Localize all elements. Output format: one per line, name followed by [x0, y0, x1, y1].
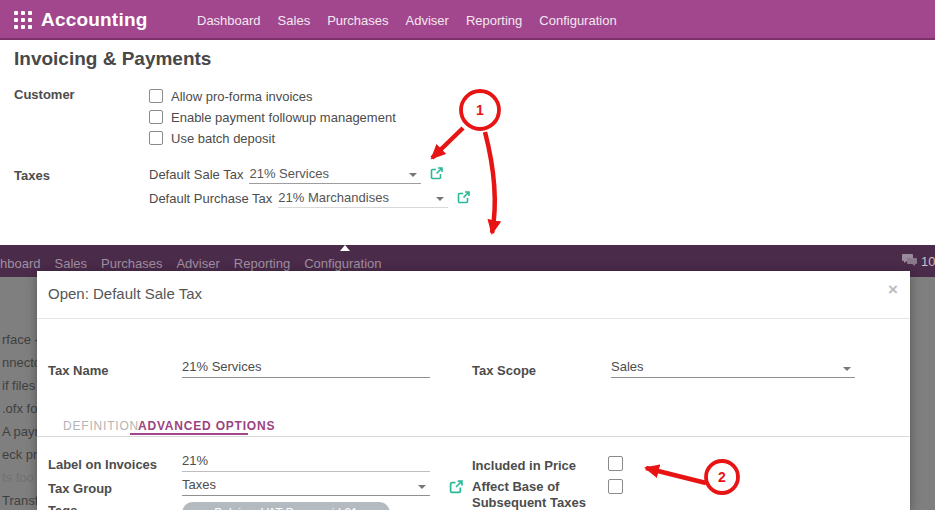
default-purchase-tax-row: Default Purchase Tax 21% Marchandises — [149, 190, 470, 208]
option-proforma: Allow pro-forma invoices — [149, 88, 313, 104]
modal-overlay-left: rface - nnecto if files .ofx fo A paym e… — [0, 277, 37, 510]
included-in-price-label: Included in Price — [472, 458, 576, 473]
tax-group-label: Tax Group — [48, 481, 112, 496]
tags-label: Tags — [48, 503, 77, 510]
chevron-down-icon[interactable] — [843, 367, 851, 371]
notch-decoration — [340, 245, 350, 251]
close-icon[interactable]: × — [888, 281, 898, 298]
page-title: Invoicing & Payments — [14, 48, 211, 70]
bg-menu-item-adviser: Adviser — [176, 256, 219, 271]
batch-deposit-checkbox[interactable] — [149, 131, 163, 145]
tax-tag-pill[interactable]: Belgium VAT Due - paid 21 — [182, 502, 390, 510]
option-followup: Enable payment followup management — [149, 109, 396, 125]
bg-menu-item-sales: Sales — [54, 256, 87, 271]
included-in-price-checkbox[interactable] — [608, 456, 623, 471]
arrow-1-to-external-link — [432, 128, 463, 158]
bg-text-fragment: .ofx fo — [2, 401, 37, 416]
tax-name-value[interactable]: 21% Services — [182, 359, 261, 374]
default-sale-tax-select[interactable]: 21% Services — [249, 166, 421, 184]
label-on-invoices-label: Label on Invoices — [48, 457, 157, 472]
background-menu: hboard Sales Purchases Adviser Reporting… — [0, 256, 382, 271]
label-on-invoices-value[interactable]: 21% — [182, 453, 208, 468]
menu-item-configuration[interactable]: Configuration — [539, 13, 616, 28]
bg-text-fragment: nnecto — [2, 355, 37, 370]
followup-label: Enable payment followup management — [171, 110, 396, 125]
chevron-down-icon[interactable] — [409, 173, 417, 177]
top-menu: Dashboard Sales Purchases Adviser Report… — [197, 0, 617, 40]
arrow-1-to-second-screen — [485, 132, 495, 233]
menu-item-purchases[interactable]: Purchases — [327, 13, 388, 28]
menu-item-reporting[interactable]: Reporting — [466, 13, 522, 28]
tax-scope-select[interactable]: Sales — [611, 359, 855, 378]
tax-scope-value[interactable]: Sales — [611, 359, 644, 374]
tax-name-label: Tax Name — [48, 363, 108, 378]
default-sale-tax-label: Default Sale Tax — [149, 167, 243, 184]
proforma-checkbox[interactable] — [149, 89, 163, 103]
screenshot-root: Accounting Dashboard Sales Purchases Adv… — [0, 0, 935, 510]
external-link-icon[interactable] — [449, 480, 463, 498]
bg-text-fragment: Transfe — [2, 493, 37, 508]
tab-advanced-options[interactable]: ADVANCED OPTIONS — [138, 419, 275, 433]
bg-text-fragment: ts foo — [2, 470, 34, 485]
tax-dialog: Open: Default Sale Tax × Tax Name 21% Se… — [37, 271, 910, 510]
taxes-group-label: Taxes — [14, 168, 50, 183]
proforma-label: Allow pro-forma invoices — [171, 89, 313, 104]
followup-checkbox[interactable] — [149, 110, 163, 124]
label-on-invoices-input[interactable]: 21% — [182, 453, 430, 472]
modal-overlay-right — [910, 277, 935, 510]
messages-icon[interactable] — [901, 253, 918, 272]
affect-base-label: Affect Base of Subsequent Taxes — [472, 479, 590, 510]
external-link-icon[interactable] — [457, 190, 470, 208]
dialog-title: Open: Default Sale Tax — [48, 285, 202, 302]
tax-group-value[interactable]: Taxes — [182, 477, 216, 492]
tabs-divider — [37, 436, 910, 437]
bg-text-fragment: eck pri — [2, 447, 37, 462]
tab-definition[interactable]: DEFINITION — [63, 419, 139, 433]
tax-name-input[interactable]: 21% Services — [182, 359, 430, 378]
menu-item-dashboard[interactable]: Dashboard — [197, 13, 261, 28]
default-purchase-tax-label: Default Purchase Tax — [149, 191, 272, 208]
annotation-circle-1 — [461, 91, 499, 129]
messages-count[interactable]: 10 — [921, 254, 935, 269]
top-navbar: Accounting Dashboard Sales Purchases Adv… — [0, 0, 935, 40]
app-title[interactable]: Accounting — [41, 0, 148, 40]
bg-menu-item-purchases: Purchases — [101, 256, 162, 271]
default-purchase-tax-value[interactable]: 21% Marchandises — [278, 190, 389, 205]
bg-text-fragment: rface - — [2, 332, 37, 347]
annotation-number-1: 1 — [476, 102, 484, 118]
bg-menu-item-configuration: Configuration — [304, 256, 381, 271]
default-sale-tax-value[interactable]: 21% Services — [249, 166, 328, 181]
batch-deposit-label: Use batch deposit — [171, 131, 275, 146]
customer-group-label: Customer — [14, 87, 75, 102]
bg-text-fragment: A paym — [2, 424, 37, 439]
apps-grid-icon[interactable] — [14, 11, 32, 29]
menu-item-adviser[interactable]: Adviser — [406, 13, 449, 28]
title-divider — [37, 318, 910, 319]
option-batch-deposit: Use batch deposit — [149, 130, 275, 146]
chevron-down-icon[interactable] — [418, 485, 426, 489]
bg-menu-item-dashboard: hboard — [0, 256, 40, 271]
chevron-down-icon[interactable] — [436, 197, 444, 201]
tax-group-select[interactable]: Taxes — [182, 477, 430, 496]
bg-text-fragment: if files — [2, 378, 35, 393]
affect-base-checkbox[interactable] — [608, 479, 623, 494]
bg-menu-item-reporting: Reporting — [234, 256, 290, 271]
tax-scope-label: Tax Scope — [472, 363, 536, 378]
default-purchase-tax-select[interactable]: 21% Marchandises — [278, 190, 448, 208]
external-link-icon[interactable] — [430, 166, 443, 184]
default-sale-tax-row: Default Sale Tax 21% Services — [149, 166, 443, 184]
active-tab-underline — [130, 433, 248, 435]
menu-item-sales[interactable]: Sales — [278, 13, 311, 28]
